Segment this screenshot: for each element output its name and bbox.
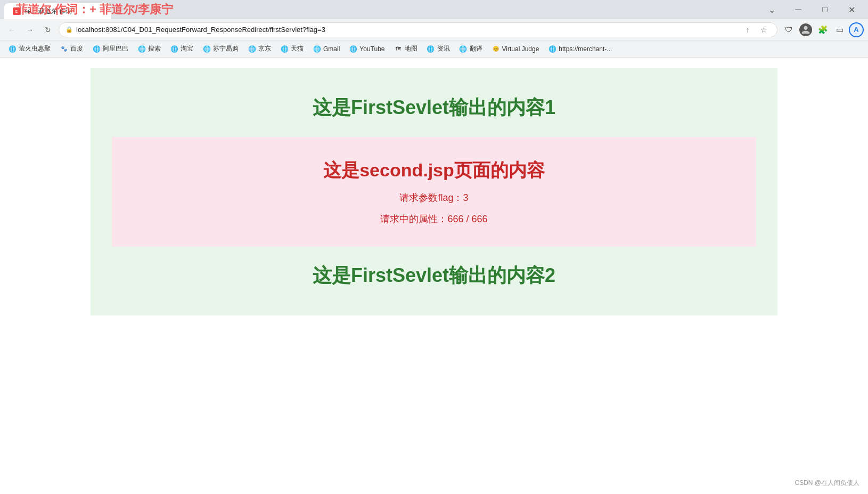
- back-button[interactable]: ←: [4, 22, 19, 37]
- shield-icon[interactable]: 🛡: [781, 22, 797, 38]
- bookmark-vj[interactable]: 😊 Virtual Judge: [488, 43, 544, 55]
- bookmark-tianmao[interactable]: 🌐 天猫: [276, 43, 308, 55]
- bookmark-zixun-label: 资讯: [437, 44, 450, 53]
- bookmarks-bar: 🌐 萤火虫惠聚 🐾 百度 🌐 阿里巴巴 🌐 搜索 🌐 淘宝 🌐 苏宁易购 🌐 京…: [0, 41, 868, 58]
- bookmark-suning[interactable]: 🌐 苏宁易购: [199, 43, 243, 55]
- profile-button[interactable]: A: [849, 22, 864, 37]
- sidebar-icon[interactable]: ▭: [832, 22, 848, 38]
- bookmark-map-label: 地图: [405, 44, 417, 53]
- close-window-button[interactable]: ✕: [839, 2, 864, 18]
- attr-text: 请求中的属性：666 / 666: [380, 213, 487, 225]
- address-bar[interactable]: 🔒 localhost:8081/C04_D01_RequestForward_…: [59, 22, 777, 37]
- bookmark-suning-label: 苏宁易购: [213, 44, 239, 53]
- profile-picture[interactable]: [798, 22, 814, 38]
- tab-area: S se... 菲道尔 作词: [4, 0, 111, 19]
- first-servlet-content-2: 这是FirstSevlet输出的内容2: [112, 252, 756, 299]
- bookmark-youtube-label: YouTube: [359, 45, 384, 53]
- bookmark-vj-label: Virtual Judge: [502, 45, 539, 53]
- param-text: 请求参数flag：3: [399, 191, 468, 204]
- zixun-icon: 🌐: [427, 45, 435, 53]
- bookmark-fanyi-label: 翻译: [470, 44, 482, 53]
- vj-icon: 😊: [492, 45, 499, 53]
- baidu-icon: 🐾: [60, 45, 68, 53]
- bookmark-youtube[interactable]: 🌐 YouTube: [345, 43, 389, 55]
- bookmark-gmail[interactable]: 🌐 Gmail: [309, 43, 344, 55]
- bookmark-tianmao-label: 天猫: [291, 44, 304, 53]
- alibaba-icon: 🌐: [93, 45, 100, 53]
- address-actions: ↑ ☆: [741, 23, 771, 37]
- bookmark-search-label: 搜索: [148, 44, 161, 53]
- share-icon[interactable]: ↑: [741, 23, 755, 37]
- param-value: 3: [463, 192, 469, 203]
- address-bar-row: ← → ↻ 🔒 localhost:8081/C04_D01_RequestFo…: [0, 19, 868, 41]
- bookmark-merchant-label: https://merchant-...: [559, 45, 612, 53]
- bookmark-jd-label: 京东: [258, 44, 271, 53]
- first-servlet-content-1: 这是FirstSevlet输出的内容1: [112, 84, 756, 132]
- bookmark-alibaba-label: 阿里巴巴: [103, 44, 128, 53]
- suning-icon: 🌐: [203, 45, 210, 53]
- favorite-icon[interactable]: ☆: [757, 23, 771, 37]
- bookmark-baidu-label: 百度: [70, 44, 83, 53]
- bookmark-taobao-label: 淘宝: [181, 44, 193, 53]
- second-jsp-container: 这是second.jsp页面的内容 请求参数flag：3 请求中的属性：666 …: [112, 137, 756, 247]
- bookmark-jd[interactable]: 🌐 京东: [244, 43, 275, 55]
- huocao-icon: 🌐: [9, 45, 16, 53]
- search-icon: 🌐: [138, 45, 145, 53]
- lock-icon: 🔒: [65, 26, 73, 33]
- extensions-icon[interactable]: 🧩: [815, 22, 831, 38]
- fanyi-icon: 🌐: [460, 45, 467, 53]
- taobao-icon: 🌐: [170, 45, 178, 53]
- bookmark-map[interactable]: 🗺 地图: [390, 43, 422, 55]
- tab-title: se... 菲道尔 作词: [24, 7, 72, 16]
- second-jsp-title: 这是second.jsp页面的内容: [323, 158, 545, 183]
- bookmark-zixun[interactable]: 🌐 资讯: [423, 43, 454, 55]
- bookmark-alibaba[interactable]: 🌐 阿里巴巴: [88, 43, 133, 55]
- title-bar: S se... 菲道尔 作词 菲道尔 作词：+ 菲道尔/李康宁 ⌄ ─ □ ✕: [0, 0, 868, 19]
- merchant-icon: 🌐: [548, 45, 556, 53]
- attr-label: 请求中的属性：: [380, 214, 447, 224]
- toolbar-right: 🛡 🧩 ▭ A: [781, 22, 864, 38]
- minimize-window-button[interactable]: ─: [786, 2, 810, 18]
- maximize-window-button[interactable]: □: [813, 2, 837, 18]
- bookmark-gmail-label: Gmail: [323, 45, 340, 53]
- bookmark-fanyi[interactable]: 🌐 翻译: [455, 43, 487, 55]
- bookmark-search[interactable]: 🌐 搜索: [134, 43, 165, 55]
- map-icon: 🗺: [395, 45, 402, 53]
- active-tab[interactable]: S se... 菲道尔 作词: [4, 3, 111, 19]
- bookmark-merchant[interactable]: 🌐 https://merchant-...: [544, 43, 616, 55]
- tab-favicon: S: [13, 7, 20, 15]
- bookmark-huocao-label: 萤火虫惠聚: [19, 44, 51, 53]
- minimize-button[interactable]: ⌄: [759, 2, 784, 18]
- url-text: localhost:8081/C04_D01_RequestForward_Re…: [76, 26, 738, 34]
- window-controls: ⌄ ─ □ ✕: [759, 0, 864, 19]
- outer-container: 这是FirstSevlet输出的内容1 这是second.jsp页面的内容 请求…: [91, 68, 777, 315]
- tianmao-icon: 🌐: [281, 45, 288, 53]
- bookmark-taobao[interactable]: 🌐 淘宝: [166, 43, 198, 55]
- youtube-icon: 🌐: [349, 45, 357, 53]
- jd-icon: 🌐: [248, 45, 256, 53]
- page-content: 这是FirstSevlet输出的内容1 这是second.jsp页面的内容 请求…: [0, 58, 868, 431]
- bookmark-baidu[interactable]: 🐾 百度: [56, 43, 87, 55]
- gmail-icon: 🌐: [313, 45, 321, 53]
- param-label: 请求参数flag：: [399, 192, 463, 203]
- attr-value: 666 / 666: [447, 214, 487, 224]
- bookmark-huocao[interactable]: 🌐 萤火虫惠聚: [4, 43, 55, 55]
- refresh-button[interactable]: ↻: [40, 22, 55, 37]
- forward-button[interactable]: →: [22, 22, 37, 37]
